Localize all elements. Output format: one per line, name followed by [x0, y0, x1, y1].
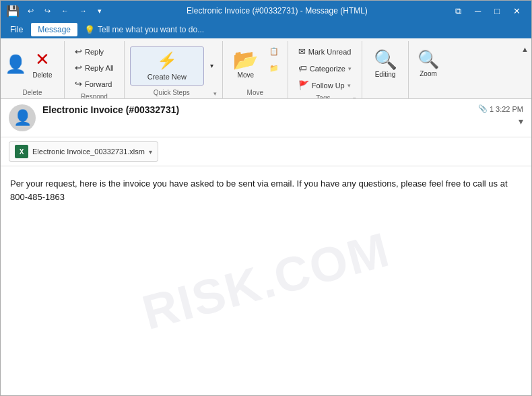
ribbon-group-editing: 🔍 Editing	[362, 41, 409, 98]
move-folder-icon: 📂	[233, 48, 258, 71]
redo-button[interactable]: ↪	[42, 5, 53, 17]
email-meta: Electronic Invoice (#00332731)	[42, 104, 471, 115]
menu-message[interactable]: Message	[31, 23, 77, 36]
quicksteps-group-expand[interactable]: ▾	[213, 90, 217, 97]
move-other-button1[interactable]: 📋	[266, 44, 282, 59]
watermark: RISK.COM	[134, 213, 397, 349]
undo-button[interactable]: ↩	[25, 5, 36, 17]
ribbon-group-move: 📂 Move 📋 📁 Move	[223, 41, 288, 98]
mark-unread-icon: ✉	[298, 46, 306, 57]
nav-dropdown-button[interactable]: ▾	[95, 5, 104, 17]
move-button[interactable]: 📂 Move	[228, 44, 263, 83]
ribbon-collapse: ▲	[519, 41, 531, 98]
reply-all-button[interactable]: ↩ Reply All	[70, 60, 119, 75]
respond-group-content: ↩ Reply ↩ Reply All ↪ Forward	[70, 44, 119, 92]
title-bar-left: 💾 ↩ ↪ ← → ▾	[6, 5, 104, 18]
tell-me-box[interactable]: 💡 Tell me what you want to do...	[84, 25, 204, 35]
email-collapse-button[interactable]: ▾	[519, 116, 523, 127]
attachment-chip[interactable]: X Electronic Invoice_00332731.xlsm ▾	[9, 141, 158, 162]
menu-file[interactable]: File	[3, 23, 30, 36]
move-group-label-row: Move	[228, 88, 282, 98]
forward-label: Forward	[85, 80, 112, 88]
categorize-button[interactable]: 🏷 Categorize ▾	[294, 61, 356, 76]
ribbon-group-delete: 👤 ✕ Delete Delete	[1, 41, 65, 98]
zoom-icon: 🔍	[418, 49, 439, 70]
categorize-icon: 🏷	[298, 63, 307, 73]
editing-group-content: 🔍 Editing	[368, 44, 403, 95]
tags-group-content: ✉ Mark Unread 🏷 Categorize ▾ 🚩 Follow Up…	[294, 44, 356, 93]
create-new-label: Create New	[147, 73, 187, 81]
attachment-bar: X Electronic Invoice_00332731.xlsm ▾	[1, 137, 531, 166]
ribbon: 👤 ✕ Delete Delete ↩	[1, 38, 531, 99]
delete-x-icon: ✕	[35, 49, 50, 70]
ribbon-collapse-button[interactable]: ▲	[519, 44, 531, 55]
ribbon-group-zoom: 🔍 Zoom	[409, 41, 448, 98]
minimize-button[interactable]: ─	[469, 5, 486, 17]
reply-label: Reply	[85, 48, 104, 56]
tags-group-label: Tags	[294, 94, 353, 99]
zoom-label: Zoom	[420, 70, 437, 77]
maximize-button[interactable]: □	[489, 5, 505, 17]
delete-group-label-row: Delete	[6, 88, 59, 98]
attachment-dropdown-icon[interactable]: ▾	[149, 148, 152, 156]
followup-dropdown-icon: ▾	[347, 82, 351, 89]
resize-button[interactable]: ⧉	[450, 5, 467, 17]
editing-group-label-bottom	[368, 96, 403, 98]
quicksteps-group-label: Quick Steps	[130, 89, 213, 98]
avatar-icon: 👤	[13, 109, 32, 127]
save-icon[interactable]: 💾	[6, 5, 20, 18]
tags-group-label-row: Tags ▾	[294, 93, 356, 99]
editing-label: Editing	[375, 71, 396, 78]
search-magnifier-icon: 🔍	[374, 48, 397, 71]
email-subject: Electronic Invoice (#00332731)	[42, 104, 471, 115]
categorize-label: Categorize	[310, 65, 345, 73]
reply-icon: ↩	[75, 46, 82, 57]
attachment-badge: 📎 1 3:22 PM	[478, 104, 523, 113]
title-bar: 💾 ↩ ↪ ← → ▾ Electronic Invoice (#0033273…	[1, 1, 531, 21]
nav-forward-button[interactable]: →	[77, 5, 90, 16]
tell-me-icon: 💡	[84, 25, 95, 35]
zoom-button[interactable]: 🔍 Zoom	[414, 44, 442, 83]
outlook-window: 💾 ↩ ↪ ← → ▾ Electronic Invoice (#0033273…	[0, 0, 532, 396]
reply-button[interactable]: ↩ Reply	[70, 44, 119, 59]
junk-button[interactable]: 👤	[6, 44, 25, 84]
junk-icon: 👤	[5, 54, 26, 75]
lightning-icon: ⚡	[157, 51, 177, 70]
create-new-button[interactable]: ⚡ Create New	[130, 46, 204, 86]
email-content-area: 👤 Electronic Invoice (#00332731) 📎 1 3:2…	[1, 99, 531, 395]
categorize-dropdown-icon: ▾	[348, 65, 352, 72]
follow-up-label: Follow Up	[312, 81, 345, 90]
nav-back-button[interactable]: ←	[59, 5, 71, 16]
delete-button[interactable]: ✕ Delete	[26, 44, 59, 84]
reply-all-label: Reply All	[85, 64, 114, 72]
forward-button[interactable]: ↪ Forward	[70, 76, 119, 92]
quicksteps-expand-icon: ▾	[210, 62, 213, 69]
mark-unread-button[interactable]: ✉ Mark Unread	[294, 44, 356, 59]
respond-buttons: ↩ Reply ↩ Reply All ↪ Forward	[70, 44, 119, 92]
mark-unread-label: Mark Unread	[308, 48, 352, 56]
archive-icon: 📋	[269, 47, 279, 56]
window-title: Electronic Invoice (#00332731) - Message…	[104, 6, 450, 15]
rules-icon: 📁	[269, 64, 279, 73]
menu-bar: File Message 💡 Tell me what you want to …	[1, 21, 531, 38]
quicksteps-dropdown-button[interactable]: ▾	[207, 46, 217, 86]
delete-label: Delete	[33, 71, 53, 79]
follow-up-icon: 🚩	[298, 80, 309, 90]
move-group-label: Move	[228, 89, 282, 98]
tags-buttons: ✉ Mark Unread 🏷 Categorize ▾ 🚩 Follow Up…	[294, 44, 356, 93]
ribbon-group-quicksteps: ⚡ Create New ▾ Quick Steps ▾	[125, 41, 223, 98]
follow-up-button[interactable]: 🚩 Follow Up ▾	[294, 77, 356, 93]
quicksteps-group-label-row: Quick Steps ▾	[130, 88, 217, 98]
respond-group-label-row: Respond	[70, 92, 119, 99]
attachment-count: 1	[490, 105, 494, 113]
editing-button[interactable]: 🔍 Editing	[368, 44, 403, 83]
email-header: 👤 Electronic Invoice (#00332731) 📎 1 3:2…	[1, 99, 531, 137]
move-other-button2[interactable]: 📁	[266, 61, 282, 76]
reply-all-icon: ↩	[75, 63, 82, 73]
quicksteps-content: ⚡ Create New ▾	[130, 44, 217, 88]
editing-group-label-row	[368, 95, 403, 98]
close-button[interactable]: ✕	[508, 5, 526, 17]
zoom-group-label-row	[414, 83, 442, 86]
ribbon-group-tags: ✉ Mark Unread 🏷 Categorize ▾ 🚩 Follow Up…	[288, 41, 362, 98]
move-label: Move	[238, 71, 254, 79]
